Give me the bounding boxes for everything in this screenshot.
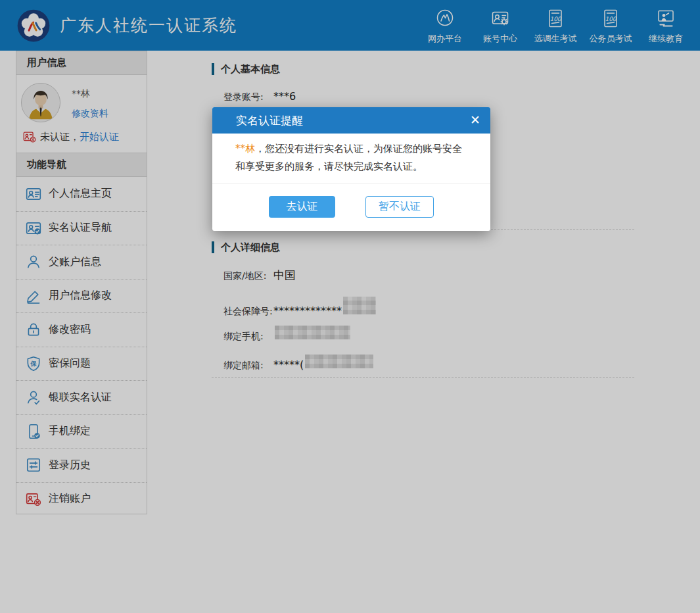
- modal-title: 实名认证提醒: [236, 113, 303, 128]
- modal-header: 实名认证提醒 ✕: [212, 107, 490, 134]
- modal-dim-overlay: [0, 0, 700, 613]
- modal-message-text: ，您还没有进行实名认证，为保证您的账号安全和享受更多的服务，请尽快完成实名认证。: [235, 143, 462, 172]
- realname-verify-modal: 实名认证提醒 ✕ **林，您还没有进行实名认证，为保证您的账号安全和享受更多的服…: [212, 107, 490, 231]
- close-icon[interactable]: ✕: [470, 112, 480, 127]
- go-verify-button[interactable]: 去认证: [269, 196, 335, 218]
- not-now-button[interactable]: 暂不认证: [365, 196, 434, 218]
- modal-message: **林，您还没有进行实名认证，为保证您的账号安全和享受更多的服务，请尽快完成实名…: [212, 134, 490, 184]
- modal-user-name: **林: [235, 143, 255, 155]
- modal-footer: 去认证 暂不认证: [212, 184, 490, 231]
